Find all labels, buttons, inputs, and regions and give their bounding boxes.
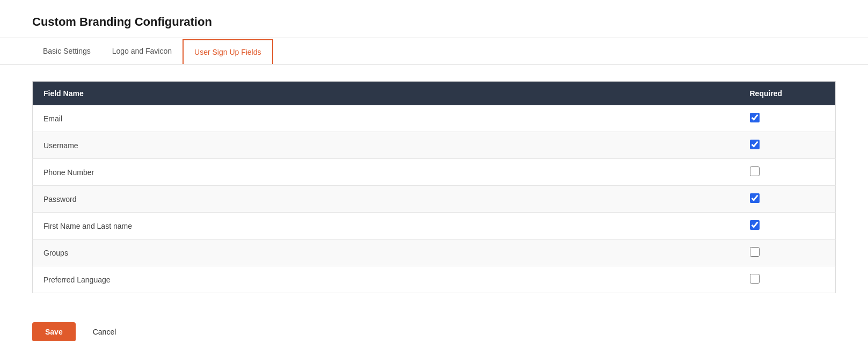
field-name-cell: First Name and Last name: [33, 213, 739, 240]
tabs-container: Basic Settings Logo and Favicon User Sig…: [0, 38, 868, 65]
checkbox-groups[interactable]: [750, 247, 760, 257]
checkbox-wrapper: [750, 274, 760, 284]
table-row: Username: [33, 132, 836, 159]
field-name-cell: Groups: [33, 240, 739, 266]
column-header-field-name: Field Name: [33, 82, 739, 106]
save-button[interactable]: Save: [32, 322, 76, 341]
required-cell: [739, 132, 836, 159]
field-name-cell: Phone Number: [33, 159, 739, 186]
required-cell: [739, 105, 836, 132]
required-cell: [739, 240, 836, 266]
checkbox-wrapper: [750, 166, 760, 176]
table-row: Password: [33, 186, 836, 213]
footer-actions: Save Cancel: [0, 309, 868, 341]
page-title: Custom Branding Configuration: [32, 15, 836, 29]
field-name-cell: Email: [33, 105, 739, 132]
checkbox-phone-number[interactable]: [750, 166, 760, 176]
checkbox-wrapper: [750, 193, 760, 203]
tab-basic-settings[interactable]: Basic Settings: [32, 38, 101, 65]
column-header-required: Required: [739, 82, 836, 106]
table-header-row: Field Name Required: [33, 82, 836, 106]
table-row: Preferred Language: [33, 266, 836, 293]
table-row: First Name and Last name: [33, 213, 836, 240]
checkbox-first-name-last-name[interactable]: [750, 220, 760, 230]
field-name-cell: Username: [33, 132, 739, 159]
table-row: Groups: [33, 240, 836, 266]
required-cell: [739, 186, 836, 213]
table-row: Phone Number: [33, 159, 836, 186]
required-cell: [739, 159, 836, 186]
checkbox-wrapper: [750, 113, 760, 122]
cancel-button[interactable]: Cancel: [86, 322, 123, 341]
table-row: Email: [33, 105, 836, 132]
checkbox-wrapper: [750, 140, 760, 149]
checkbox-wrapper: [750, 220, 760, 230]
field-name-cell: Preferred Language: [33, 266, 739, 293]
checkbox-username[interactable]: [750, 140, 760, 149]
page-container: Custom Branding Configuration Basic Sett…: [0, 0, 868, 341]
required-cell: [739, 213, 836, 240]
checkbox-password[interactable]: [750, 193, 760, 203]
content-area: Field Name Required EmailUsernamePhone N…: [0, 65, 868, 309]
checkbox-email[interactable]: [750, 113, 760, 122]
checkbox-wrapper: [750, 247, 760, 257]
field-name-cell: Password: [33, 186, 739, 213]
required-cell: [739, 266, 836, 293]
checkbox-preferred-language[interactable]: [750, 274, 760, 284]
tab-user-sign-up-fields[interactable]: User Sign Up Fields: [183, 39, 273, 64]
tab-logo-and-favicon[interactable]: Logo and Favicon: [101, 38, 183, 65]
page-header: Custom Branding Configuration: [0, 0, 868, 38]
fields-table: Field Name Required EmailUsernamePhone N…: [32, 81, 836, 293]
